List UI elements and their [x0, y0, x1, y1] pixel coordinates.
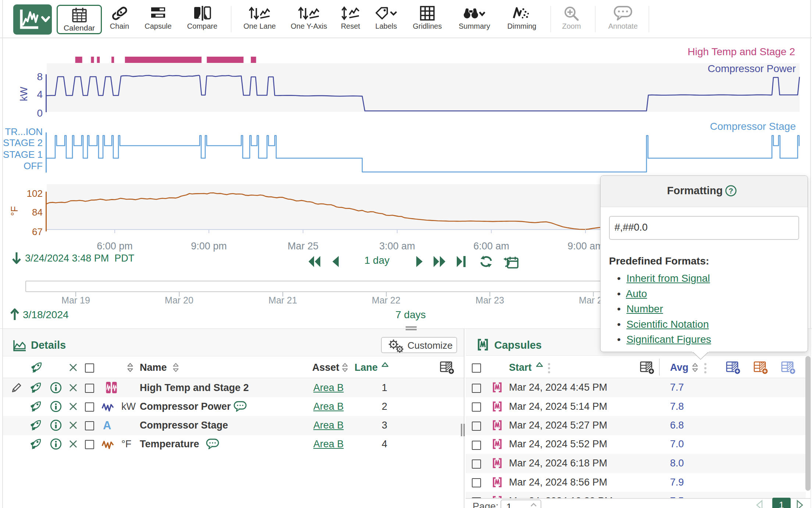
svg-text:?: ?: [729, 187, 733, 195]
